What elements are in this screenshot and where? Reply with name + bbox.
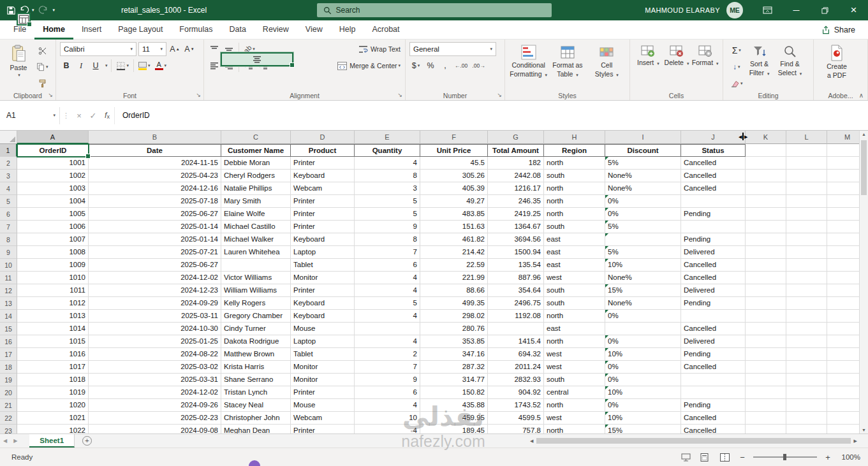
- cell[interactable]: 182: [488, 157, 544, 170]
- tab-file[interactable]: File: [5, 20, 34, 40]
- cell[interactable]: 1004: [17, 195, 89, 208]
- cell[interactable]: [746, 374, 786, 386]
- cell[interactable]: 4599.5: [488, 412, 544, 425]
- cell[interactable]: 904.92: [488, 386, 544, 399]
- cell[interactable]: 1009: [17, 259, 89, 272]
- cell[interactable]: [786, 284, 827, 297]
- cell[interactable]: 2025-07-21: [89, 246, 221, 259]
- cell[interactable]: [681, 195, 746, 208]
- cell[interactable]: Printer: [291, 386, 355, 399]
- cell[interactable]: 694.32: [488, 348, 544, 361]
- cell[interactable]: 151.63: [420, 221, 488, 233]
- cell[interactable]: south: [544, 221, 605, 233]
- cell[interactable]: 461.82: [420, 233, 488, 246]
- undo-button[interactable]: ▾: [20, 0, 34, 20]
- cell[interactable]: Pending: [681, 348, 746, 361]
- cell[interactable]: 2025-06-27: [89, 259, 221, 272]
- row-header-11[interactable]: 11: [0, 272, 17, 284]
- cell[interactable]: [746, 272, 786, 284]
- save-button[interactable]: [6, 0, 16, 20]
- cell[interactable]: 354.64: [488, 284, 544, 297]
- cell[interactable]: [786, 208, 827, 221]
- cell[interactable]: 22.59: [420, 259, 488, 272]
- orientation-button[interactable]: ab▾: [242, 42, 256, 56]
- cell[interactable]: 8: [355, 233, 420, 246]
- increase-font-size-button[interactable]: A▲: [168, 42, 181, 56]
- cell[interactable]: 8: [355, 170, 420, 182]
- scroll-right-icon[interactable]: ▶: [852, 439, 859, 444]
- cut-button[interactable]: [35, 43, 50, 57]
- cell[interactable]: Shane Serrano: [221, 374, 291, 386]
- cell[interactable]: Pending: [681, 297, 746, 310]
- cell[interactable]: 1008: [17, 246, 89, 259]
- cell[interactable]: Laptop: [291, 335, 355, 348]
- cell[interactable]: north: [544, 208, 605, 221]
- cell[interactable]: [786, 323, 827, 335]
- cell[interactable]: 2024-10-30: [89, 323, 221, 335]
- cell[interactable]: [786, 195, 827, 208]
- tab-page-layout[interactable]: Page Layout: [110, 20, 171, 40]
- cell[interactable]: Laptop: [291, 246, 355, 259]
- column-header-K[interactable]: K: [746, 131, 786, 144]
- column-header-C[interactable]: C: [221, 131, 291, 144]
- select-all-button[interactable]: [0, 131, 17, 144]
- cell[interactable]: 4: [355, 272, 420, 284]
- cell[interactable]: 0%: [605, 208, 681, 221]
- cell[interactable]: [786, 297, 827, 310]
- sheet-nav-left-icon[interactable]: ◀: [0, 438, 10, 444]
- cell[interactable]: Cancelled: [681, 361, 746, 374]
- cell[interactable]: 1005: [17, 208, 89, 221]
- underline-button[interactable]: U: [89, 59, 102, 73]
- cell[interactable]: Monitor: [291, 374, 355, 386]
- cell[interactable]: 0%: [605, 361, 681, 374]
- row-header-12[interactable]: 12: [0, 284, 17, 297]
- cell[interactable]: Monitor: [291, 361, 355, 374]
- cell[interactable]: 1013: [17, 310, 89, 323]
- cell[interactable]: 1364.67: [488, 221, 544, 233]
- tab-help[interactable]: Help: [331, 20, 364, 40]
- cell[interactable]: [605, 233, 681, 246]
- cell[interactable]: east: [544, 323, 605, 335]
- header-cell[interactable]: Product: [291, 144, 355, 157]
- cell[interactable]: [746, 195, 786, 208]
- cell[interactable]: Michael Walker: [221, 233, 291, 246]
- cell[interactable]: 15%: [605, 284, 681, 297]
- cell[interactable]: 5: [355, 297, 420, 310]
- cell[interactable]: Webcam: [291, 412, 355, 425]
- cell[interactable]: Mouse: [291, 399, 355, 412]
- cell[interactable]: Michael Castillo: [221, 221, 291, 233]
- header-cell[interactable]: OrderID: [17, 144, 89, 157]
- cell[interactable]: [681, 386, 746, 399]
- cell[interactable]: Cancelled: [681, 323, 746, 335]
- decrease-decimal-button[interactable]: .00→: [471, 59, 486, 73]
- cell[interactable]: 5%: [605, 221, 681, 233]
- cell[interactable]: [746, 208, 786, 221]
- column-header-A[interactable]: A: [17, 131, 89, 144]
- increase-decimal-button[interactable]: ←.00: [453, 59, 469, 73]
- name-box[interactable]: A1 ▾: [3, 107, 60, 124]
- zoom-in-button[interactable]: +: [823, 453, 832, 462]
- cell[interactable]: 10%: [605, 386, 681, 399]
- cell[interactable]: 2024-11-15: [89, 157, 221, 170]
- cell[interactable]: [746, 412, 786, 425]
- tab-view[interactable]: View: [297, 20, 331, 40]
- cell[interactable]: 6: [355, 386, 420, 399]
- cell[interactable]: 1014: [17, 323, 89, 335]
- cell[interactable]: Stacey Neal: [221, 399, 291, 412]
- cell[interactable]: 2: [355, 348, 420, 361]
- cell[interactable]: Delivered: [681, 284, 746, 297]
- cell[interactable]: 189.45: [420, 425, 488, 433]
- cell[interactable]: Keyboard: [291, 233, 355, 246]
- column-header-H[interactable]: H: [544, 131, 605, 144]
- cell[interactable]: north: [544, 182, 605, 195]
- copy-button[interactable]: ▾: [35, 60, 50, 74]
- cell[interactable]: 5: [355, 208, 420, 221]
- fill-button[interactable]: ↓▾: [729, 60, 744, 74]
- namebox-resize-handle[interactable]: ⋮: [60, 112, 72, 120]
- cell[interactable]: 1016: [17, 348, 89, 361]
- cell[interactable]: north: [544, 335, 605, 348]
- cell[interactable]: 499.35: [420, 297, 488, 310]
- cell[interactable]: 2442.08: [488, 170, 544, 182]
- cell[interactable]: 1018: [17, 374, 89, 386]
- scroll-down-icon[interactable]: ▼: [860, 428, 868, 432]
